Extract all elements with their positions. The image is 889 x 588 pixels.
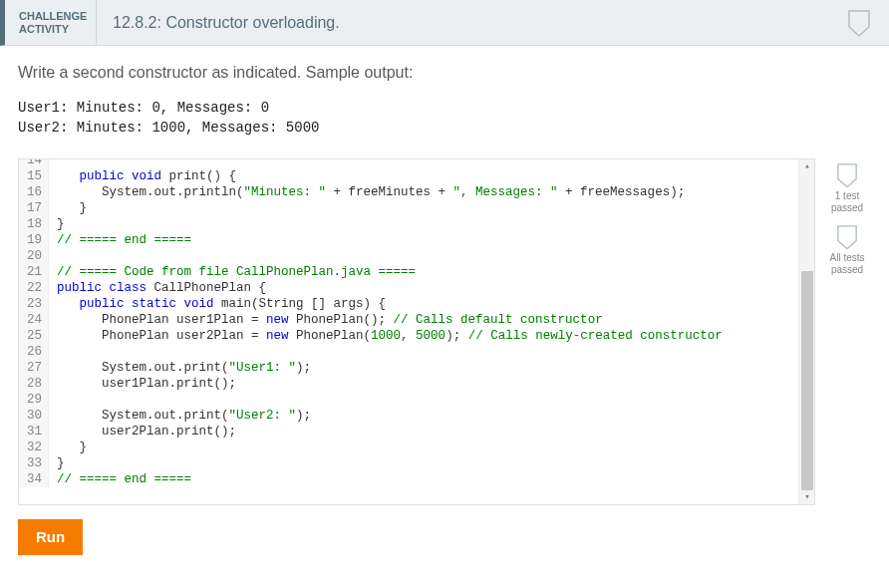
status-label: All tests passed	[829, 252, 864, 275]
status-label: 1 test passed	[831, 190, 863, 213]
editor-code[interactable]: public void print() { System.out.println…	[49, 158, 814, 487]
scroll-up-icon[interactable]: ▴	[799, 159, 815, 173]
header-label: CHALLENGE ACTIVITY	[5, 0, 97, 45]
editor-gutter: 1415161718192021222324252627282930313233…	[19, 158, 49, 487]
shield-icon	[836, 162, 858, 188]
shield-icon	[847, 9, 871, 37]
code-editor[interactable]: 1415161718192021222324252627282930313233…	[18, 158, 815, 505]
run-button[interactable]: Run	[18, 519, 83, 555]
header-label-line2: ACTIVITY	[19, 23, 69, 35]
status-all-tests-passed: All tests passed	[823, 224, 871, 276]
sample-output: User1: Minutes: 0, Messages: 0 User2: Mi…	[18, 98, 871, 139]
challenge-header: CHALLENGE ACTIVITY 12.8.2: Constructor o…	[0, 0, 889, 46]
editor-scrollbar[interactable]: ▴ ▾	[798, 159, 814, 504]
scroll-thumb[interactable]	[801, 271, 813, 490]
status-sidebar: 1 test passed All tests passed	[823, 158, 871, 276]
scroll-down-icon[interactable]: ▾	[799, 490, 815, 504]
header-label-line1: CHALLENGE	[19, 10, 87, 22]
instruction-text: Write a second constructor as indicated.…	[18, 64, 871, 82]
shield-icon	[836, 224, 858, 250]
status-1-test-passed: 1 test passed	[823, 162, 871, 214]
header-title: 12.8.2: Constructor overloading.	[97, 14, 847, 32]
